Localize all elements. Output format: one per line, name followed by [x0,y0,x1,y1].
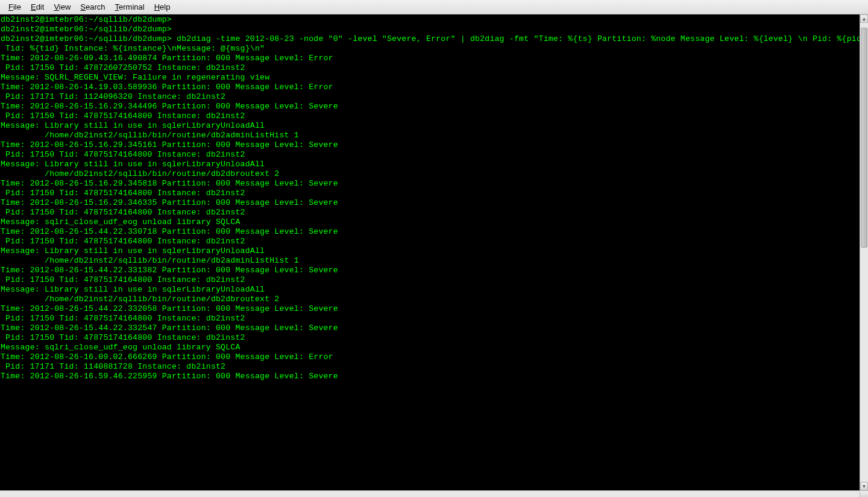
terminal-line: Pid: 17150 Tid: 47875174164800 Instance:… [1,111,860,121]
terminal-line: Time: 2012-08-26-09.43.16.490874 Partiti… [1,54,860,63]
menu-terminal-rest: erminal [119,2,145,11]
terminal-line: Time: 2012-08-26-15.16.29.345818 Partiti… [1,179,860,189]
menu-search[interactable]: Search [75,1,110,13]
terminal-line: Pid: 17171 Tid: 1140881728 Instance: db2… [1,362,860,372]
menu-edit-rest: dit [36,2,45,11]
terminal-line: Pid: 17150 Tid: 47875174164800 Instance:… [1,208,860,217]
scrollbar-thumb[interactable] [861,28,867,248]
terminal-line: Time: 2012-08-26-15.44.22.330718 Partiti… [1,227,860,237]
vertical-scrollbar[interactable]: ▲ ▼ [860,14,868,490]
menu-view-rest: iew [59,2,71,11]
terminal-line: Tid: %{tid} Instance: %{instance}\nMessa… [1,44,860,54]
terminal-line: Pid: 17150 Tid: 47875174164800 Instance:… [1,333,860,343]
terminal-line: Pid: 17150 Tid: 47875174164800 Instance:… [1,189,860,198]
menu-view[interactable]: View [49,1,75,13]
terminal-container: db2inst2@imtebr06:~/sqllib/db2dump>db2in… [0,14,868,490]
terminal-line: db2inst2@imtebr06:~/sqllib/db2dump> db2d… [1,34,860,44]
terminal-line: Message: SQLRL_REGEN_VIEW: Failure in re… [1,73,860,83]
terminal-line: Message: sqlri_close_udf_eog unload libr… [1,343,860,352]
terminal-line: Time: 2012-08-26-15.16.29.346335 Partiti… [1,198,860,208]
terminal-line: /home/db2inst2/sqllib/bin/routine/db2dbr… [1,295,860,304]
bottom-status-bar [0,490,868,497]
terminal-line: Time: 2012-08-26-15.44.22.332058 Partiti… [1,304,860,314]
terminal-line: Time: 2012-08-26-14.19.03.589936 Partiti… [1,83,860,92]
terminal-line: Pid: 17150 Tid: 47875174164800 Instance:… [1,275,860,285]
menubar: File Edit View Search Terminal Help [0,0,868,14]
terminal-line: Message: Library still in use in sqlerLi… [1,121,860,131]
menu-edit[interactable]: Edit [26,1,49,13]
terminal-line: Pid: 17150 Tid: 47872607250752 Instance:… [1,63,860,73]
scrollbar-down-button[interactable]: ▼ [860,482,868,490]
menu-search-rest: earch [86,2,105,11]
terminal-line: Time: 2012-08-26-15.16.29.344496 Partiti… [1,102,860,111]
scrollbar-track[interactable] [860,23,868,482]
terminal-line: Message: sqlri_close_udf_eog unload libr… [1,217,860,227]
terminal-line: db2inst2@imtebr06:~/sqllib/db2dump> [1,15,860,25]
menu-help[interactable]: Help [149,1,175,13]
resize-grip[interactable] [860,491,868,497]
terminal-line: /home/db2inst2/sqllib/bin/routine/db2dbr… [1,169,860,179]
terminal-line: /home/db2inst2/sqllib/bin/routine/db2adm… [1,256,860,266]
terminal-line: Pid: 17150 Tid: 47875174164800 Instance:… [1,237,860,246]
terminal-line: Message: Library still in use in sqlerLi… [1,285,860,295]
menu-file[interactable]: File [4,1,26,13]
terminal-line: db2inst2@imtebr06:~/sqllib/db2dump> [1,25,860,34]
menu-terminal[interactable]: Terminal [110,1,149,13]
terminal-line: Pid: 17150 Tid: 47875174164800 Instance:… [1,314,860,324]
terminal-line: Message: Library still in use in sqlerLi… [1,246,860,256]
terminal-line: /home/db2inst2/sqllib/bin/routine/db2adm… [1,131,860,140]
terminal-line: Pid: 17171 Tid: 1124096320 Instance: db2… [1,92,860,102]
terminal-line: Message: Library still in use in sqlerLi… [1,160,860,169]
menu-file-rest: ile [13,2,21,11]
scrollbar-up-button[interactable]: ▲ [860,14,868,23]
terminal-line: Time: 2012-08-26-16.59.46.225959 Partiti… [1,372,860,381]
terminal-output[interactable]: db2inst2@imtebr06:~/sqllib/db2dump>db2in… [0,14,860,490]
terminal-line: Pid: 17150 Tid: 47875174164800 Instance:… [1,150,860,160]
menu-help-rest: elp [160,2,170,11]
terminal-line: Time: 2012-08-26-15.44.22.331382 Partiti… [1,266,860,275]
terminal-line: Time: 2012-08-26-15.16.29.345161 Partiti… [1,140,860,150]
terminal-line: Time: 2012-08-26-16.09.02.666269 Partiti… [1,352,860,362]
terminal-line: Time: 2012-08-26-15.44.22.332547 Partiti… [1,324,860,333]
